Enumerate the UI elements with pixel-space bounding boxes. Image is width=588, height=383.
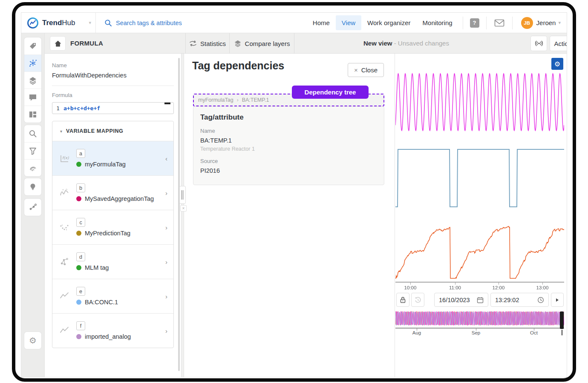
variable-row-f[interactable]: f imported_analog › xyxy=(52,313,173,348)
variable-row-a[interactable]: f(x) a myFormulaTag ‹ xyxy=(52,141,173,175)
search-input[interactable] xyxy=(116,20,227,26)
rail-group-recommendations xyxy=(24,178,41,195)
month-tick-label: Oct xyxy=(530,330,538,335)
history-back-button[interactable] xyxy=(411,293,424,307)
mail-icon[interactable] xyxy=(494,19,504,27)
step-forward-button[interactable] xyxy=(551,293,564,307)
dashboard-icon[interactable] xyxy=(24,106,41,123)
variable-row-b[interactable]: b MySavedAggregationTag › xyxy=(52,175,173,210)
home-context-button[interactable] xyxy=(50,37,65,50)
compare-layers-button[interactable]: Compare layers xyxy=(229,33,294,54)
compare-layers-label: Compare layers xyxy=(245,40,290,47)
search-icon xyxy=(104,19,112,27)
chart-settings-gear-icon[interactable]: ⚙ xyxy=(551,58,563,70)
chevron-left-icon[interactable]: ‹ xyxy=(165,155,167,162)
time-tick-label: 10:00 xyxy=(404,285,417,290)
date-value: 16/10/2023 xyxy=(439,297,470,303)
panel-scrollbar[interactable] xyxy=(178,58,180,371)
brand-name: TrendHub xyxy=(42,19,75,27)
breadcrumb-child[interactable]: BA:TEMP.1 xyxy=(242,97,269,103)
nav-item-work-organizer[interactable]: Work organizer xyxy=(361,15,416,30)
chart-batch-ramp[interactable] xyxy=(395,220,564,283)
formula-expression[interactable]: a+b+c+d+e+f xyxy=(63,105,100,111)
global-search[interactable] xyxy=(96,19,307,27)
panel-splitter[interactable] xyxy=(181,54,184,377)
editor-scrollbar[interactable] xyxy=(164,103,170,104)
rail-group-settings: ⚙ xyxy=(24,332,41,349)
chart-digital-square[interactable] xyxy=(395,146,564,210)
splitter-close-icon[interactable]: × xyxy=(180,205,187,212)
variable-tag-name: imported_analog xyxy=(85,333,131,340)
comments-icon[interactable] xyxy=(24,89,41,106)
view-status: - Unsaved changes xyxy=(394,40,449,47)
nav-item-view[interactable]: View xyxy=(336,15,361,30)
chevron-right-icon[interactable]: › xyxy=(165,327,167,334)
tag-attribute-card: Tag/attribute Name BA:TEMP.1 Temperature… xyxy=(193,106,384,185)
left-icon-rail: ⚙ xyxy=(21,33,45,377)
layers-icon[interactable] xyxy=(24,71,41,89)
chevron-right-icon[interactable]: › xyxy=(165,258,167,266)
statistics-label: Statistics xyxy=(200,40,226,47)
panel-title: Tag dependencies xyxy=(192,60,284,72)
variable-mapping-box: ▾ VARIABLE MAPPING f(x) a myFormulaTag xyxy=(52,121,174,348)
trend-chart-panel: ⚙ 10:00 11:00 12:00 13:00 16/10/2023 xyxy=(395,54,567,377)
search-tool-icon[interactable] xyxy=(24,125,41,142)
chevron-right-icon[interactable]: › xyxy=(165,189,167,197)
tags-icon[interactable] xyxy=(24,37,41,54)
fingerprint-icon[interactable] xyxy=(24,159,41,176)
settings-gear-icon[interactable]: ⚙ xyxy=(24,332,41,349)
context-overview-strip[interactable] xyxy=(395,310,564,327)
formula-panel: Name FormulaWithDependencies Formula 1 a… xyxy=(45,54,181,377)
month-tick-label: Aug xyxy=(412,330,421,335)
variable-mapping-header[interactable]: ▾ VARIABLE MAPPING xyxy=(52,121,173,141)
live-broadcast-button[interactable] xyxy=(531,36,547,51)
divider xyxy=(486,17,487,29)
variable-tag-name: MyPredictionTag xyxy=(85,230,130,237)
context-label: FORMULA xyxy=(70,40,103,47)
chart-analog-sine[interactable] xyxy=(395,71,564,134)
variable-tag-name: BA:CONC.1 xyxy=(85,299,118,306)
brand-logo[interactable]: TrendHub ▾ xyxy=(21,13,96,33)
help-icon[interactable]: ? xyxy=(470,18,479,28)
formula-name-value[interactable]: FormulaWithDependencies xyxy=(52,72,174,79)
nav-item-home[interactable]: Home xyxy=(307,15,336,30)
formula-line-number: 1 xyxy=(52,105,63,111)
dependency-tree-button[interactable]: Dependency tree xyxy=(292,86,369,99)
user-name[interactable]: Jeroen xyxy=(536,19,556,26)
time-tick-label: 11:00 xyxy=(449,285,461,290)
time-input[interactable]: 13:29:02 xyxy=(490,293,549,307)
user-chevron-down-icon[interactable]: ▾ xyxy=(558,20,561,26)
statistics-button[interactable]: Statistics xyxy=(185,33,229,54)
variable-row-d[interactable]: d MLM tag › xyxy=(52,244,173,279)
history-clock-icon xyxy=(415,297,421,303)
variable-row-c[interactable]: c MyPredictionTag › xyxy=(52,210,173,244)
app-window: TrendHub ▾ Home View Work organizer Moni… xyxy=(21,13,567,377)
nav-item-monitoring[interactable]: Monitoring xyxy=(417,15,458,30)
date-input[interactable]: 16/10/2023 xyxy=(434,293,488,307)
divider xyxy=(512,17,513,29)
splitter-drag-handle[interactable] xyxy=(179,186,186,204)
user-avatar[interactable]: JB xyxy=(521,17,533,29)
card-source-label: Source xyxy=(200,158,377,164)
filter-icon[interactable] xyxy=(24,142,41,159)
lock-timerange-button[interactable] xyxy=(396,293,409,307)
variable-letter-badge: f xyxy=(76,321,85,330)
ml-nodes-icon[interactable] xyxy=(24,199,41,216)
formula-editor[interactable]: 1 a+b+c+d+e+f xyxy=(52,102,174,114)
chevron-right-icon[interactable]: › xyxy=(165,224,167,231)
lightbulb-icon[interactable] xyxy=(24,178,41,195)
context-scrubber-nub[interactable] xyxy=(561,330,563,335)
variable-row-e[interactable]: e BA:CONC.1 › xyxy=(52,279,173,313)
formulas-icon[interactable] xyxy=(24,54,41,71)
brand-chevron-down-icon[interactable]: ▾ xyxy=(89,20,91,26)
prediction-tag-icon xyxy=(52,222,76,233)
formula-tag-icon: f(x) xyxy=(52,153,76,164)
close-button[interactable]: × Close xyxy=(348,63,384,77)
chevron-right-icon[interactable]: › xyxy=(165,293,167,300)
variable-letter-badge: c xyxy=(76,218,85,227)
context-scrubber-handle[interactable] xyxy=(560,312,564,329)
card-name-label: Name xyxy=(200,128,377,134)
breadcrumb-parent[interactable]: myFormulaTag xyxy=(198,97,233,103)
actions-button[interactable]: Actions ▾ xyxy=(550,36,567,51)
tag-color-dot xyxy=(76,300,81,305)
